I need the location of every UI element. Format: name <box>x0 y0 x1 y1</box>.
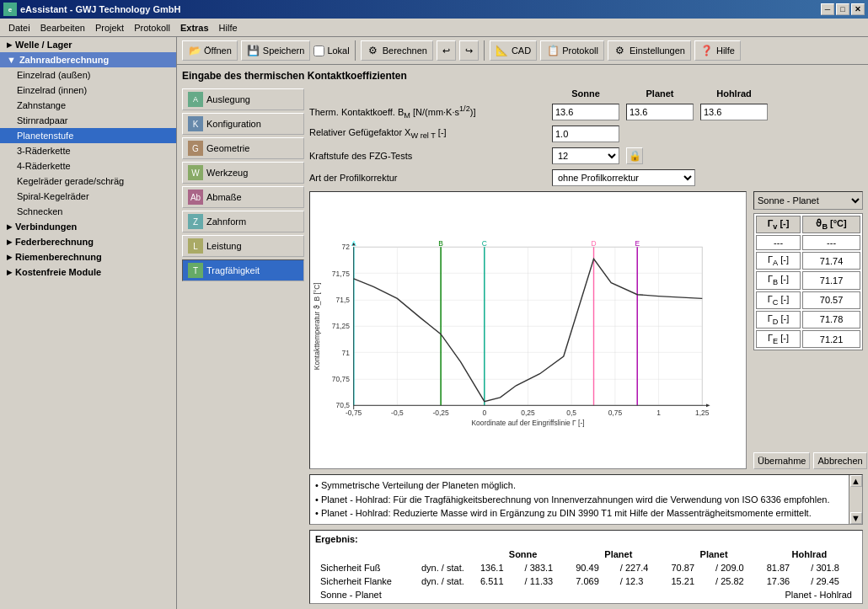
sicherheit-flanke-label: Sicherheit Flanke <box>315 574 416 588</box>
sidebar-item-federberechnung[interactable]: ▶ Federberechnung <box>0 234 176 249</box>
scroll-down-button[interactable]: ▼ <box>850 512 862 524</box>
menu-extras[interactable]: Extras <box>175 21 214 35</box>
flanke-sonne2: / 11.33 <box>520 574 571 588</box>
sidebar-item-planetenstufe[interactable]: Planetenstufe <box>0 128 176 143</box>
undo-button[interactable]: ↩ <box>437 40 456 61</box>
lock-button[interactable]: 🔒 <box>626 147 643 164</box>
menu-hilfe[interactable]: Hilfe <box>214 21 243 35</box>
tragfahigkeit-button[interactable]: T Tragfähigkeit <box>182 259 304 281</box>
leistung-button[interactable]: L Leistung <box>182 235 304 257</box>
profilkorrektur-label: Art der Profilkorrektur <box>309 173 545 183</box>
geometrie-label: Geometrie <box>206 143 249 153</box>
werkzeug-button[interactable]: W Werkzeug <box>182 162 304 184</box>
minimize-button[interactable]: ─ <box>821 3 834 15</box>
sidebar-item-3raederkette[interactable]: 3-Räderkette <box>0 143 176 158</box>
sidebar-item-verbindungen[interactable]: ▶ Verbindungen <box>0 219 176 234</box>
gamma-separator: --- <box>756 235 801 250</box>
help-icon: ❓ <box>700 44 714 57</box>
svg-text:-0,25: -0,25 <box>432 409 449 417</box>
sidebar-item-einzelrad-aussen[interactable]: Einzelrad (außen) <box>0 67 176 83</box>
save-button[interactable]: 💾 Speichern <box>241 40 311 61</box>
stirnradpaar-label: Stirnradpaar <box>17 115 68 126</box>
sidebar-section-zahnrad[interactable]: ▼ Zahnradberechnung <box>0 52 176 67</box>
konfiguration-label: Konfiguration <box>206 119 261 129</box>
geometrie-icon: G <box>188 141 203 156</box>
protocol-icon: 📋 <box>546 44 560 57</box>
undo-icon: ↩ <box>442 45 450 56</box>
redo-button[interactable]: ↪ <box>459 40 479 61</box>
gefuge-sonne-input[interactable] <box>552 126 619 142</box>
sidebar-item-zahnstange[interactable]: Zahnstange <box>0 98 176 113</box>
svg-text:1: 1 <box>656 409 661 417</box>
sidebar-item-schnecken[interactable]: Schnecken <box>0 204 176 219</box>
profilkorrektur-row: Art der Profilkorrektur ohne Profilkorre… <box>309 169 863 186</box>
calculate-button[interactable]: ⚙ Berechnen <box>361 40 433 61</box>
results-hohlrad-header: Hohlrad <box>762 548 857 561</box>
help-button[interactable]: ❓ Hilfe <box>694 40 741 61</box>
maximize-button[interactable]: □ <box>836 3 849 15</box>
ubernahme-button[interactable]: Übernahme <box>753 452 810 469</box>
therm-row: Therm. Kontaktkoeff. BM [N/(mm·K·s1/2)] <box>309 104 863 120</box>
notes-scrollbar[interactable]: ▲ ▼ <box>849 475 862 524</box>
cad-button[interactable]: 📐 CAD <box>490 40 537 61</box>
menu-bearbeiten[interactable]: Bearbeiten <box>35 21 90 35</box>
chart-svg: 72 71,75 71,5 71,25 71 70,75 70,5 -0,75 <box>310 192 746 468</box>
flanke-hohlrad1: 17.36 <box>762 574 806 588</box>
kegelraeder-label: Kegelräder gerade/schräg <box>17 176 124 186</box>
calculate-icon: ⚙ <box>367 44 380 57</box>
sidebar-item-4raederkette[interactable]: 4-Räderkette <box>0 158 176 174</box>
therm-planet-input[interactable] <box>626 104 694 120</box>
scroll-up-button[interactable]: ▲ <box>850 475 862 487</box>
verbindungen-label: Verbindungen <box>15 222 77 232</box>
close-button[interactable]: ✕ <box>851 3 865 15</box>
sidebar-item-stirnradpaar[interactable]: Stirnradpaar <box>0 113 176 128</box>
sidebar-item-welle[interactable]: ▶ Welle / Lager <box>0 37 176 52</box>
chart-series-select[interactable]: Sonne - Planet Planet - Hohlrad <box>753 191 863 210</box>
notes-section: • Symmetrische Verteilung der Planeten m… <box>309 474 863 525</box>
settings-label: Einstellungen <box>630 45 685 56</box>
menu-protokoll[interactable]: Protokoll <box>129 21 175 35</box>
sidebar-item-kegelraeder[interactable]: Kegelräder gerade/schräg <box>0 174 176 189</box>
menu-projekt[interactable]: Projekt <box>90 21 129 35</box>
sidebar: ▶ Welle / Lager ▼ Zahnradberechnung Einz… <box>0 37 177 609</box>
therm-hohlrad-input[interactable] <box>700 104 768 120</box>
chart-info-panel: Sonne - Planet Planet - Hohlrad Γv [-] ϑ… <box>753 191 863 469</box>
konfiguration-icon: K <box>188 116 203 131</box>
protocol-button[interactable]: 📋 Protokoll <box>540 40 604 61</box>
menu-datei[interactable]: Datei <box>3 21 35 35</box>
profilkorrektur-select[interactable]: ohne Profilkorrektur mit Profilkorrektur <box>552 169 695 186</box>
fuss-sonne1: 136.1 <box>475 561 520 574</box>
konfiguration-button[interactable]: K Konfiguration <box>182 113 304 135</box>
results-empty-col <box>315 548 416 561</box>
chart-action-buttons: Übernahme Abbrechen <box>753 452 863 469</box>
sidebar-item-kostenfreie[interactable]: ▶ Kostenfreie Module <box>0 264 176 280</box>
zahnform-label: Zahnform <box>206 216 246 227</box>
auslegung-label: Auslegung <box>206 94 250 104</box>
kraftstufe-select[interactable]: 12 <box>552 147 619 164</box>
geometrie-button[interactable]: G Geometrie <box>182 137 304 159</box>
settings-button[interactable]: ⚙ Einstellungen <box>608 40 691 61</box>
open-button[interactable]: 📂 Öffnen <box>182 40 238 61</box>
results-sonne-header: Sonne <box>475 548 571 561</box>
window-title: eAssistant - GWJ Technology GmbH <box>20 4 181 14</box>
calculate-label: Berechnen <box>383 45 427 56</box>
sidebar-item-riemenberechnung[interactable]: ▶ Riemenberechnung <box>0 249 176 264</box>
hohlrad-header: Hohlrad <box>700 88 768 99</box>
fuss-planet3: 70.87 <box>666 561 710 574</box>
sidebar-item-spiral[interactable]: Spiral-Kegelräder <box>0 189 176 204</box>
abmasse-button[interactable]: Ab Abmaße <box>182 186 304 208</box>
therm-sonne-input[interactable] <box>552 104 619 120</box>
zahnform-button[interactable]: Z Zahnform <box>182 211 304 232</box>
abbrechen-button[interactable]: Abbrechen <box>813 452 866 469</box>
flanke-planet4: / 25.82 <box>710 574 762 588</box>
kostenfreie-arrow: ▶ <box>7 269 12 276</box>
local-checkbox[interactable] <box>313 45 324 56</box>
separator2 <box>484 40 485 61</box>
auslegung-button[interactable]: A Auslegung <box>182 88 304 110</box>
window-controls: ─ □ ✕ <box>821 3 865 15</box>
sidebar-item-einzelrad-innen[interactable]: Einzelrad (innen) <box>0 83 176 98</box>
sonne-header: Sonne <box>552 88 619 99</box>
table-row: ΓA [-] 71.74 <box>756 252 860 270</box>
abmasse-icon: Ab <box>188 190 203 205</box>
svg-text:Kontakttemperatur ϑ_B [°C]: Kontakttemperatur ϑ_B [°C] <box>313 282 321 370</box>
